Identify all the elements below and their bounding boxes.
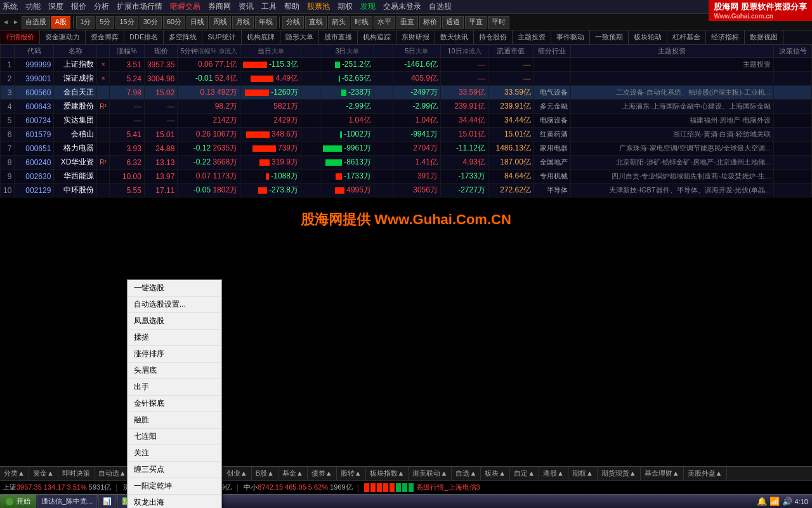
btab-9[interactable]: 基金▲ xyxy=(278,467,308,481)
table-row[interactable]: 9 002630 华西能源 10.00 13.97 0.07 1173万 -10… xyxy=(1,170,812,184)
btab-1[interactable]: 资金▲ xyxy=(29,467,58,481)
tb-daily[interactable]: 日线 xyxy=(187,16,208,29)
ctx-item-3[interactable]: 揉搓 xyxy=(128,330,221,346)
menu-trade-login[interactable]: 交易未登录 xyxy=(383,1,421,12)
tb-1min[interactable]: 1分 xyxy=(76,16,95,29)
btab-7[interactable]: 创业▲ xyxy=(223,467,252,481)
tb-fenline[interactable]: 分线 xyxy=(282,16,304,29)
menu-func[interactable]: 功能 xyxy=(25,1,41,12)
btab-15[interactable]: 板块▲ xyxy=(481,467,510,481)
th-mktcap[interactable]: 流通市值 xyxy=(488,45,534,58)
btab-13[interactable]: 港美联动▲ xyxy=(409,467,452,481)
tb-15min[interactable]: 15分 xyxy=(115,16,138,29)
start-button[interactable]: 开始 xyxy=(0,495,36,509)
table-row[interactable]: 6 601579 会稽山 5.41 15.01 0.26 1067万 348.6… xyxy=(1,128,812,142)
ctx-item-4[interactable]: 涨停排序 xyxy=(128,346,221,363)
tb-biaojia[interactable]: 标价 xyxy=(419,16,441,29)
btab-11[interactable]: 股转▲ xyxy=(337,467,366,481)
table-row[interactable]: 10 002129 中环股份 5.55 17.11 -0.05 1802万 -2… xyxy=(1,184,812,197)
tb-zixuangu[interactable]: 自选股 xyxy=(22,16,50,29)
subtab-19[interactable]: 数据视图 xyxy=(745,30,783,44)
th-5d[interactable]: 5日大单 xyxy=(393,45,440,58)
toolbar-arrow-left[interactable]: ◄ xyxy=(1,18,10,25)
table-row[interactable]: 2 399001 深证成指 × 5.24 3004.96 -0.01 52.4亿… xyxy=(1,72,812,86)
tb-pingzhi[interactable]: 平直 xyxy=(465,16,487,29)
menu-help[interactable]: 帮助 xyxy=(284,1,299,12)
btab-21[interactable]: 美股外盘▲ xyxy=(684,467,727,481)
subtab-7[interactable]: 隐形大单 xyxy=(280,30,319,44)
table-row[interactable]: 8 600240 XD华业资 R² 6.32 13.13 -0.22 3668万… xyxy=(1,156,812,170)
btab-20[interactable]: 基金理财▲ xyxy=(641,467,684,481)
tb-arrow-tool[interactable]: 箭头 xyxy=(328,16,350,29)
ctx-item-6[interactable]: 出手 xyxy=(128,379,221,396)
btab-17[interactable]: 港股▲ xyxy=(539,467,568,481)
subtab-17[interactable]: 杠杆基金 xyxy=(667,30,706,44)
tb-monthly[interactable]: 月线 xyxy=(232,16,254,29)
th-price[interactable]: 现价 xyxy=(144,45,177,58)
menu-tools[interactable]: 工具 xyxy=(261,1,277,12)
subtab-15[interactable]: 一致预期 xyxy=(590,30,629,44)
subtab-3[interactable]: DDE排名 xyxy=(124,30,164,44)
menu-news[interactable]: 资讯 xyxy=(239,1,254,12)
subtab-4[interactable]: 多空阵线 xyxy=(164,30,202,44)
tb-30min[interactable]: 30分 xyxy=(140,16,162,29)
btab-18[interactable]: 期权▲ xyxy=(568,467,598,481)
tb-tongdao[interactable]: 通道 xyxy=(442,16,464,29)
ctx-item-9[interactable]: 七连阳 xyxy=(128,429,221,445)
menu-discover[interactable]: 发现 xyxy=(360,1,376,12)
th-day[interactable]: 当日大单 xyxy=(240,45,301,58)
table-row[interactable]: 5 600734 实达集团 — — 2142万 2429万 1.04亿 1.04… xyxy=(1,114,812,128)
subtab-2[interactable]: 资金博弈 xyxy=(86,30,124,44)
tb-zhiline[interactable]: 直线 xyxy=(305,16,327,29)
table-row[interactable]: 1 999999 上证指数 × 3.51 3957.35 0.06 77.1亿 … xyxy=(1,58,812,72)
subtab-18[interactable]: 经济指标 xyxy=(706,30,745,44)
ctx-item-10[interactable]: 关注 xyxy=(128,445,221,462)
menu-extend[interactable]: 扩展市场行情 xyxy=(117,1,162,12)
th-10d[interactable]: 10日净流入 xyxy=(440,45,488,58)
subtab-13[interactable]: 主题投资 xyxy=(513,30,551,44)
subtab-6[interactable]: 机构底牌 xyxy=(242,30,280,44)
tbar-item-1[interactable]: 📊 xyxy=(98,495,116,509)
btab-14[interactable]: 自选▲ xyxy=(452,467,481,481)
subtab-16[interactable]: 板块轮动 xyxy=(629,30,667,44)
ctx-item-0[interactable]: 一键选股 xyxy=(128,280,221,297)
subtab-1[interactable]: 资金驱动力 xyxy=(40,30,86,44)
tb-chuizhi[interactable]: 垂直 xyxy=(396,16,418,29)
tb-weekly[interactable]: 周线 xyxy=(209,16,231,29)
subtab-12[interactable]: 持仓股份 xyxy=(474,30,513,44)
subtab-5[interactable]: SUP统计 xyxy=(202,30,242,44)
toolbar-arrow-right[interactable]: ► xyxy=(11,18,20,25)
tb-yearly[interactable]: 年线 xyxy=(255,16,277,29)
tb-pingshi[interactable]: 平时 xyxy=(488,16,509,29)
table-row[interactable]: 3 600560 金自天正 7.98 15.02 0.13 492万 -1260… xyxy=(1,86,812,100)
tb-a-stock[interactable]: A股 xyxy=(51,16,70,29)
th-code[interactable]: 代码 xyxy=(15,45,54,58)
menu-system[interactable]: 系统 xyxy=(3,1,18,12)
btab-8[interactable]: B股▲ xyxy=(252,467,278,481)
btab-0[interactable]: 分类▲ xyxy=(0,467,29,481)
th-5min[interactable]: 5分钟涨幅% 净流入 xyxy=(178,45,240,58)
menu-quote[interactable]: 报价 xyxy=(71,1,86,12)
subtab-9[interactable]: 机构追踪 xyxy=(358,30,396,44)
ctx-item-5[interactable]: 头眉底 xyxy=(128,363,221,379)
menu-trade[interactable]: 暗瞬交易 xyxy=(170,1,200,12)
th-3d[interactable]: 3日大单 xyxy=(320,45,374,58)
tbar-item-0[interactable]: 通达信_陈中党... xyxy=(37,495,97,509)
th-signal[interactable]: 决策信号 xyxy=(774,45,812,58)
btab-12[interactable]: 板块指数▲ xyxy=(366,467,409,481)
th-name[interactable]: 名称 xyxy=(54,45,97,58)
tb-shiline[interactable]: 时线 xyxy=(351,16,372,29)
menu-broker[interactable]: 券商网 xyxy=(208,1,231,12)
ctx-item-8[interactable]: 融胜 xyxy=(128,412,221,429)
menu-analysis[interactable]: 分析 xyxy=(94,1,109,12)
ctx-item-2[interactable]: 凤凰选股 xyxy=(128,313,221,330)
subtab-8[interactable]: 股市直播 xyxy=(319,30,358,44)
table-row[interactable]: 4 600643 爱建股份 R² — — 98.2万 5821万 -2.99亿 … xyxy=(1,100,812,114)
btab-2[interactable]: 即时决策 xyxy=(58,467,95,481)
th-pct[interactable]: 涨幅% xyxy=(109,45,144,58)
menu-depth[interactable]: 深度 xyxy=(48,1,63,12)
table-row[interactable]: 7 000651 格力电器 3.93 24.88 -0.12 2635万 739… xyxy=(1,142,812,156)
ctx-item-11[interactable]: 缠三买点 xyxy=(128,462,221,478)
ctx-item-7[interactable]: 金针探底 xyxy=(128,396,221,412)
btab-19[interactable]: 期货现货▲ xyxy=(598,467,641,481)
